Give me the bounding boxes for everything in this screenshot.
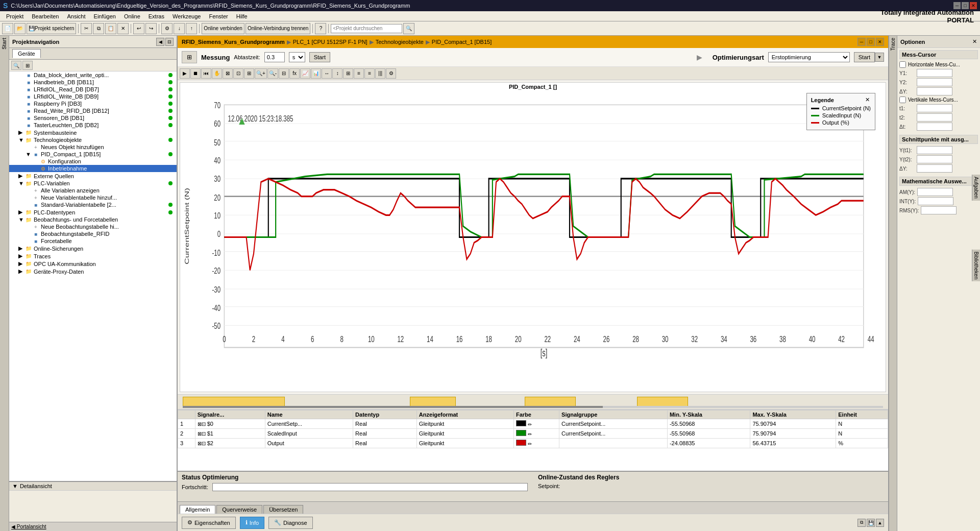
- portalansicht-link[interactable]: ◀ Portalansicht: [11, 524, 46, 529]
- tree-item[interactable]: +Neue Variablentabelle hinzuf...: [9, 194, 177, 201]
- detail-collapse-arrow[interactable]: ▼: [12, 483, 18, 489]
- tab-querverweise[interactable]: Querverweise: [216, 505, 262, 514]
- t1-input[interactable]: [917, 104, 952, 112]
- menu-werkzeuge[interactable]: Werkzeuge: [168, 11, 205, 21]
- rms-input[interactable]: [921, 206, 957, 214]
- tree-search-button[interactable]: 🔍: [11, 61, 21, 70]
- tree-item[interactable]: ▼📁Technologieobjekte: [9, 136, 177, 143]
- diagnose-button[interactable]: 🔧 Diagnose: [268, 517, 312, 529]
- props-save-button[interactable]: 💾: [867, 519, 875, 527]
- online-connect-button[interactable]: Online verbinden: [202, 23, 244, 34]
- tree-item[interactable]: +Alle Variablen anzeigen: [9, 187, 177, 194]
- panel-collapse-button[interactable]: ◀: [156, 38, 164, 46]
- abtastzeit-input[interactable]: [264, 52, 285, 62]
- menu-einfuegen[interactable]: Einfügen: [90, 11, 120, 21]
- y2-input[interactable]: [917, 78, 952, 86]
- menu-hilfe[interactable]: Hilfe: [232, 11, 252, 21]
- ct-move-button[interactable]: ↔: [322, 68, 332, 79]
- bibliotheken-label[interactable]: Bibliotheken: [972, 250, 980, 281]
- bc-max-button[interactable]: □: [867, 38, 875, 46]
- measurement-expand-button[interactable]: ▼: [875, 53, 884, 62]
- ct-sel2-button[interactable]: ⊡: [233, 68, 243, 79]
- tree-item[interactable]: ▼📁Beobachtungs- und Forcetabellen: [9, 216, 177, 223]
- menu-fenster[interactable]: Fenster: [205, 11, 232, 21]
- abtastzeit-unit-select[interactable]: s: [289, 52, 305, 62]
- tree-item[interactable]: ■Handbetrieb_DB [DB11]: [9, 79, 177, 86]
- info-button[interactable]: ℹ Info: [240, 517, 264, 529]
- ct-fx-button[interactable]: fx: [289, 68, 300, 79]
- optim-start-button[interactable]: Start: [854, 52, 875, 62]
- tab-allgemein[interactable]: Allgemein: [180, 505, 215, 514]
- int-input[interactable]: [918, 197, 953, 205]
- measurement-start-button[interactable]: Start: [309, 52, 330, 62]
- dt-input[interactable]: [917, 123, 952, 131]
- aufgaben-label[interactable]: Aufgaben: [972, 175, 980, 201]
- tree-item[interactable]: ▶📁Online-Sicherungen: [9, 245, 177, 252]
- tree-item[interactable]: ▶📁Systembausteine: [9, 129, 177, 136]
- help-button[interactable]: ?: [315, 23, 326, 34]
- download-button[interactable]: ↓: [174, 23, 185, 34]
- panel-options-button[interactable]: ⊟: [165, 38, 174, 46]
- paste-button[interactable]: 📋: [105, 23, 116, 34]
- copy-button[interactable]: ⧉: [93, 23, 104, 34]
- y1-input[interactable]: [917, 69, 952, 77]
- menu-online[interactable]: Online: [120, 11, 144, 21]
- search-input[interactable]: [331, 24, 402, 33]
- vertical-cursor-checkbox[interactable]: [899, 96, 906, 103]
- horizontal-cursor-checkbox[interactable]: [899, 61, 906, 68]
- start-label[interactable]: Start: [2, 38, 7, 50]
- ct-legend-button[interactable]: ≡: [354, 68, 364, 79]
- tree-item[interactable]: ■TasterLeuchten_DB [DB2]: [9, 122, 177, 129]
- tree-expand-button[interactable]: ⊞: [22, 61, 33, 70]
- ct-play-button[interactable]: ▶: [180, 68, 190, 79]
- menu-bearbeiten[interactable]: Bearbeiten: [28, 11, 63, 21]
- tree-item[interactable]: ▼■PID_Compact_1 [DB15]: [9, 151, 177, 158]
- bc-close-button[interactable]: ✕: [876, 38, 884, 46]
- new-button[interactable]: 📄: [2, 23, 13, 34]
- tree-item[interactable]: ⚙Inbetriebnahme: [9, 165, 177, 172]
- project-tree[interactable]: ■Data_block_ident_write_opti...■Handbetr…: [9, 71, 177, 481]
- yt1-input[interactable]: [917, 146, 952, 154]
- tree-item[interactable]: ▼📁PLC-Variablen: [9, 180, 177, 187]
- ct-cursor-button[interactable]: ↕: [332, 68, 342, 79]
- tree-item[interactable]: ▶📁PLC-Datentypen: [9, 208, 177, 216]
- ct-graph-button[interactable]: 📈: [300, 68, 310, 79]
- t2-input[interactable]: [917, 113, 952, 122]
- legend-close-button[interactable]: ✕: [864, 96, 871, 103]
- props-copy-button[interactable]: ⧉: [857, 519, 866, 527]
- tree-item[interactable]: ⚙Konfiguration: [9, 158, 177, 165]
- eigenschaften-button[interactable]: ⚙ Eigenschaften: [182, 517, 236, 529]
- signal-table-row[interactable]: 3 ⊠⊡ $2 Output Real Gleitpunkt ✏ -24.088…: [178, 439, 888, 448]
- schnitt-dy-input[interactable]: [917, 164, 952, 173]
- compile-button[interactable]: ⚙: [161, 23, 173, 34]
- signal-table-row[interactable]: 2 ⊠⊡ $1 ScaledInput Real Gleitpunkt ✏ Cu…: [178, 429, 888, 439]
- delete-button[interactable]: ✕: [117, 23, 129, 34]
- ct-stop-button[interactable]: ⏹: [190, 68, 201, 79]
- ct-sel1-button[interactable]: ⊠: [223, 68, 233, 79]
- tree-item[interactable]: ■LRfidIOL_Read_DB [DB7]: [9, 86, 177, 93]
- tree-item[interactable]: ▶📁Traces: [9, 252, 177, 260]
- tree-item[interactable]: +Neues Objekt hinzufügen: [9, 143, 177, 151]
- menu-projekt[interactable]: Projekt: [2, 11, 28, 21]
- ct-hand-button[interactable]: ✋: [212, 68, 222, 79]
- upload-button[interactable]: ↑: [186, 23, 197, 34]
- tree-item[interactable]: ▶📁Externe Quellen: [9, 172, 177, 180]
- redo-button[interactable]: ↪: [145, 23, 157, 34]
- menu-extras[interactable]: Extras: [144, 11, 168, 21]
- tree-item[interactable]: ■LRfidIOL_Write_DB [DB9]: [9, 93, 177, 100]
- ct-back-button[interactable]: ⏮: [201, 68, 211, 79]
- amy-input[interactable]: [917, 188, 953, 196]
- cut-button[interactable]: ✂: [81, 23, 92, 34]
- ct-table-button[interactable]: ⊞: [343, 68, 353, 79]
- tree-item[interactable]: ■Sensoren_DB [DB1]: [9, 114, 177, 122]
- ct-zoomin-button[interactable]: 🔍+: [255, 68, 267, 79]
- tree-item[interactable]: ▶📁Geräte-Proxy-Daten: [9, 268, 177, 275]
- tree-item[interactable]: +Neue Beobachtungstabelle hi...: [9, 223, 177, 230]
- optim-type-select[interactable]: Erstoptimierung: [768, 52, 850, 62]
- tree-item[interactable]: ■Data_block_ident_write_opti...: [9, 71, 177, 79]
- ct-zoomout-button[interactable]: 🔍-: [267, 68, 278, 79]
- open-button[interactable]: 📂: [14, 23, 26, 34]
- ct-settings-button[interactable]: ⚙: [386, 68, 396, 79]
- signal-table-row[interactable]: 1 ⊠⊡ $0 CurrentSetp... Real Gleitpunkt ✏…: [178, 419, 888, 429]
- geraete-tab[interactable]: Geräte: [12, 49, 41, 58]
